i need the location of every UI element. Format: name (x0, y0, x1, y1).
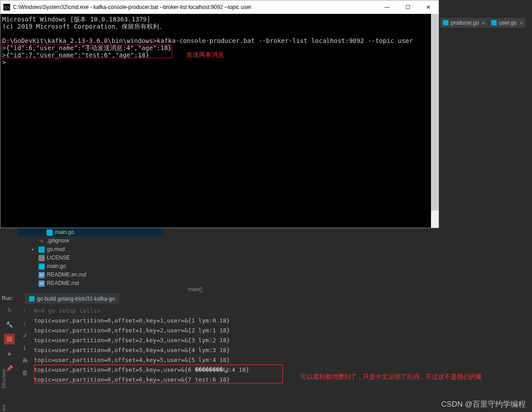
cmd-line: (c) 2019 Microsoft Corporation。保留所有权利。 (2, 23, 165, 30)
tab-producer-go[interactable]: producer.go ✕ (440, 18, 488, 28)
wrench-icon[interactable]: 🔧 (4, 319, 14, 329)
console-line: topic=user,partition=0,offset=3,key=4,us… (34, 345, 249, 355)
tree-item-readme-en[interactable]: M README.en.md (18, 271, 163, 279)
go-icon (29, 296, 34, 302)
cmd-body[interactable]: Microsoft Windows [版本 10.0.18363.1379] (… (0, 14, 439, 228)
favorites-tool-window-tab[interactable]: tes (0, 403, 8, 412)
project-tree[interactable]: main.go ◎ .gitignore ▸ go.mod LICENSE ma… (18, 228, 163, 288)
markdown-icon: M (38, 272, 45, 278)
tab-label: user.go (499, 20, 516, 26)
go-file-icon (38, 246, 45, 253)
close-icon[interactable]: ✕ (481, 21, 485, 25)
console-line: topic=user,partition=0,offset=2,key=3,us… (34, 336, 249, 345)
go-file-icon (38, 263, 45, 270)
run-config-label: go build golang-trick/31-kafka-go (37, 296, 115, 302)
tree-label: README.md (47, 279, 79, 288)
tree-label: main.go (55, 228, 74, 237)
cmd-icon: C:\ (3, 4, 10, 11)
tree-item-license[interactable]: LICENSE (18, 254, 163, 262)
console-line: topic=user,partition=0,offset=4,key=5,us… (34, 355, 249, 365)
tree-item-readme[interactable]: M README.md (18, 279, 163, 288)
go-file-icon (46, 229, 53, 236)
run-label: Run: (2, 295, 13, 302)
down-arrow-icon[interactable]: ↓ (20, 318, 30, 327)
run-toolbar-left: ↻ 🔧 ≡ 📌 (3, 305, 16, 373)
tree-item-gitignore[interactable]: ◎ .gitignore (18, 237, 163, 245)
caret-icon[interactable]: ▸ (32, 245, 38, 254)
breadcrumb[interactable]: main() (188, 286, 203, 293)
print-icon[interactable]: 🖶 (20, 355, 30, 365)
stop-button[interactable] (4, 334, 15, 344)
close-button[interactable]: ✕ (418, 0, 439, 14)
gitignore-icon: ◎ (38, 238, 45, 244)
markdown-icon: M (38, 280, 45, 287)
cmd-window: C:\ C:\Windows\System32\cmd.exe - kafka-… (0, 0, 439, 228)
cmd-line: >{"id":6,"user_name":"手动发送消息:4","age":18… (2, 44, 172, 51)
cmd-title: C:\Windows\System32\cmd.exe - kafka-cons… (13, 4, 377, 10)
console-fold[interactable]: ⊞<4 go setup calls> (34, 306, 249, 316)
go-icon (491, 20, 497, 25)
cmd-line: D:\GoDevKit\kafka_2.13-3.6.0\bin\windows… (2, 37, 413, 44)
run-console[interactable]: ⊞<4 go setup calls> topic=user,partition… (34, 306, 249, 385)
maximize-button[interactable]: ☐ (397, 0, 418, 14)
tree-label: main.go (47, 262, 66, 271)
annotation-label-1: 发送两条消息 (186, 51, 224, 59)
console-line: topic=user,partition=0,offset=6,key=,use… (34, 375, 249, 385)
run-toolbar-mid: ↑ ↓ ↲ ⤓ 🖶 🗑 (20, 305, 31, 378)
go-icon (443, 20, 448, 25)
run-config-tab[interactable]: go build golang-trick/31-kafka-go (25, 293, 119, 304)
console-line: topic=user,partition=0,offset=0,key=1,us… (34, 316, 249, 326)
cmd-scroll-thumb[interactable] (431, 14, 439, 211)
rerun-button[interactable]: ↻ (4, 305, 14, 315)
cmd-line: > (2, 59, 6, 66)
tree-item-maingo[interactable]: main.go (18, 262, 163, 271)
cmd-line: >{"id":7,"user_name":"test:6","age":18} (2, 51, 149, 59)
tree-label: README.en.md (47, 271, 86, 279)
annotation-label-2: 可以看到都消费到了，只是中文出现了乱码，不过这不是我们的重 (300, 373, 482, 381)
minimize-button[interactable]: — (377, 0, 397, 14)
console-line: topic=user,partition=0,offset=5,key=,use… (34, 365, 249, 375)
tree-label: LICENSE (47, 254, 70, 262)
soft-wrap-icon[interactable]: ↲ (20, 330, 30, 340)
tree-label: .gitignore (47, 237, 69, 245)
trash-icon[interactable]: 🗑 (20, 368, 30, 378)
watermark: CSDN @百里守约学编程 (441, 399, 526, 409)
tab-label: producer.go (451, 20, 479, 26)
tree-label: go.mod (47, 245, 65, 254)
console-line: topic=user,partition=0,offset=1,key=2,us… (34, 326, 249, 336)
pause-icon[interactable]: ≡ (4, 349, 14, 359)
close-icon[interactable]: ✕ (519, 21, 523, 25)
editor-tabs: producer.go ✕ user.go ✕ (440, 18, 526, 28)
tab-user-go[interactable]: user.go ✕ (489, 18, 525, 28)
structure-tool-window-tab[interactable]: Structure (0, 367, 8, 391)
scroll-end-icon[interactable]: ⤓ (20, 343, 30, 353)
cmd-line: Microsoft Windows [版本 10.0.18363.1379] (2, 16, 150, 23)
tree-item-gomod[interactable]: ▸ go.mod (18, 245, 163, 254)
cmd-titlebar[interactable]: C:\ C:\Windows\System32\cmd.exe - kafka-… (0, 0, 439, 14)
up-arrow-icon[interactable]: ↑ (20, 305, 30, 315)
tree-item-main-go-selected[interactable]: main.go (18, 228, 163, 237)
text-file-icon (38, 255, 45, 261)
cmd-scrollbar[interactable] (431, 14, 439, 228)
